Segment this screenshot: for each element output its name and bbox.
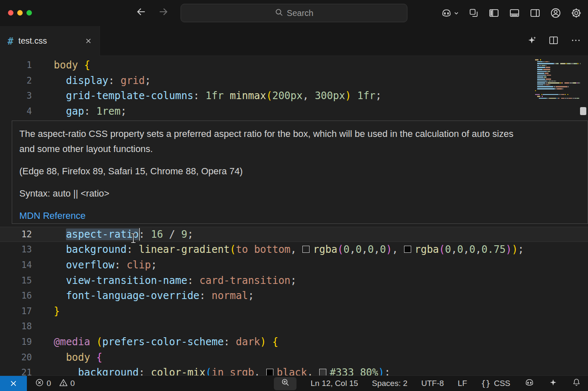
navigate-back-button[interactable] [135,6,147,19]
code-line[interactable]: 14 overflow: clip; [0,257,588,273]
code-line[interactable]: 17} [0,304,588,319]
toggle-primary-sidebar-icon[interactable] [488,7,500,19]
search-placeholder: Search [287,8,313,18]
language-mode-indicator[interactable]: {} CSS [481,379,510,388]
line-number: 21 [0,367,32,375]
tooltip-description: The aspect-ratio CSS property sets a pre… [19,126,525,157]
code-line[interactable]: 2 display: grid; [0,73,588,89]
line-number: 17 [0,306,32,316]
color-swatch[interactable] [404,246,411,253]
errors-indicator[interactable]: 0 [35,378,51,389]
code-line[interactable]: 3 grid-template-columns: 1fr minmax(200p… [0,88,588,104]
notifications-bell-icon[interactable] [572,378,581,389]
remote-indicator[interactable] [0,376,27,391]
line-number: 1 [0,60,32,70]
line-number: 12 [0,229,32,239]
toggle-secondary-sidebar-icon[interactable] [529,7,541,19]
braces-icon: {} [481,379,491,388]
code-line[interactable]: 16 font-language-override: normal; [0,288,588,304]
minimap-content [535,59,580,99]
vscode-window: Search [0,0,588,391]
code-line[interactable]: 18 [0,319,588,334]
language-label: CSS [494,379,510,388]
code-line[interactable]: 4 gap: 1rem; [0,104,588,119]
navigate-forward-button[interactable] [158,6,169,19]
text-caret [139,228,140,241]
code-line[interactable]: 20 body { [0,349,588,365]
hover-tooltip: The aspect-ratio CSS property sets a pre… [12,121,588,224]
line-number: 19 [0,337,32,347]
copilot-menu-button[interactable] [441,7,459,19]
title-bar: Search [0,0,588,26]
line-number: 18 [0,321,32,331]
search-icon [275,8,283,18]
sparkle-status-icon[interactable] [549,378,558,389]
line-number: 4 [0,106,32,116]
tooltip-browser-support: (Edge 88, Firefox 89, Safari 15, Chrome … [19,164,525,179]
sparkle-icon[interactable] [527,35,537,47]
errors-count: 0 [47,379,51,388]
editor-tab-bar: # test.css [0,26,588,56]
zoom-window-button[interactable] [26,10,32,16]
color-swatch[interactable] [302,246,310,253]
settings-gear-icon[interactable] [570,7,582,19]
command-center-search[interactable]: Search [181,4,407,22]
line-number: 2 [0,76,32,86]
account-icon[interactable] [550,7,562,19]
line-number: 3 [0,91,32,101]
scrollbar-thumb[interactable] [580,107,586,115]
tab-label: test.css [18,36,47,46]
line-number: 20 [0,352,32,362]
copilot-status-icon[interactable] [524,377,535,390]
magnifier-plus-icon [281,378,290,389]
close-window-button[interactable] [8,10,13,16]
mdn-reference-link[interactable]: MDN Reference [19,208,525,223]
error-icon [35,378,44,389]
color-swatch[interactable] [266,369,273,375]
split-editor-icon[interactable] [548,35,559,47]
mouse-ibeam-cursor [129,232,137,246]
warnings-count: 0 [71,379,75,388]
zoom-indicator-button[interactable] [274,377,297,390]
code-line[interactable]: 1body { [0,58,588,73]
code-line[interactable]: 15 view-transition-name: card-transition… [0,273,588,288]
chevron-down-icon [453,10,459,16]
close-tab-icon[interactable] [85,37,92,45]
minimize-window-button[interactable] [17,10,23,16]
toggle-panel-icon[interactable] [509,7,520,19]
line-number: 15 [0,276,32,286]
code-line[interactable]: 21 background: color-mix(in srgb, black,… [0,365,588,375]
line-number: 16 [0,291,32,301]
status-bar: 0 0 Ln 12, Col 15 Spaces: 2 UTF-8 LF {} … [0,375,588,391]
copilot-icon [441,7,452,19]
editor-pane[interactable]: 1body {2 display: grid;3 grid-template-c… [0,56,588,375]
tab-test-css[interactable]: # test.css [0,26,100,56]
more-actions-icon[interactable] [570,35,581,47]
warnings-indicator[interactable]: 0 [59,378,75,389]
code-line[interactable]: 19@media (prefers-color-scheme: dark) { [0,334,588,350]
window-controls [8,10,32,16]
cursor-position-indicator[interactable]: Ln 12, Col 15 [310,379,358,388]
tooltip-syntax: Syntax: auto || <ratio> [19,186,525,201]
warning-icon [59,378,68,389]
line-number: 13 [0,244,32,255]
eol-indicator[interactable]: LF [458,379,467,388]
css-file-icon: # [8,36,13,47]
code-line[interactable]: 13 background: linear-gradient(to bottom… [0,242,588,257]
color-swatch[interactable] [319,369,326,375]
customize-layout-icon[interactable] [468,8,479,18]
line-number: 14 [0,260,32,270]
encoding-indicator[interactable]: UTF-8 [421,379,444,388]
code-line[interactable]: 12 aspect-ratio: 16 / 9; [0,227,588,242]
indentation-indicator[interactable]: Spaces: 2 [372,379,408,388]
